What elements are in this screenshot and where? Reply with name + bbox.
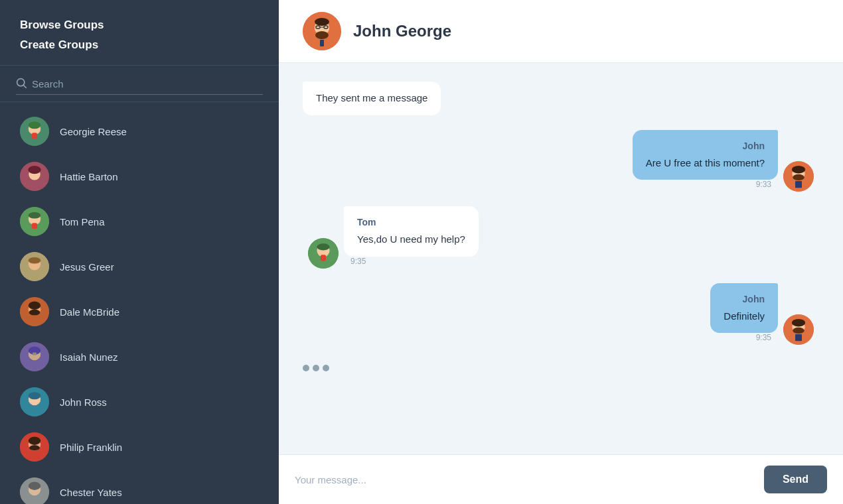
message-row-outgoing: JohnAre U free at this moment?9:33 — [303, 130, 819, 192]
svg-point-4 — [29, 121, 40, 129]
message-row: They sent me a message — [303, 82, 819, 115]
contact-name-tom-pena: Tom Pena — [60, 216, 105, 227]
outgoing-col: JohnAre U free at this moment?9:33 — [633, 130, 778, 192]
nav-create-groups[interactable]: Create Groups — [20, 38, 259, 52]
sidebar-nav: Browse Groups Create Groups — [0, 0, 279, 66]
svg-point-18 — [29, 302, 40, 310]
svg-rect-50 — [321, 255, 326, 261]
svg-point-15 — [29, 257, 40, 264]
contact-item-john-ross[interactable]: John Ross — [0, 379, 279, 424]
search-input[interactable] — [32, 78, 263, 90]
contact-item-jesus-greer[interactable]: Jesus Greer — [0, 244, 279, 289]
contact-name-dale-mcbride: Dale McBride — [60, 306, 119, 318]
svg-rect-55 — [795, 334, 802, 341]
message-bubble: They sent me a message — [303, 82, 441, 115]
contact-name-hattie-barton: Hattie Barton — [60, 171, 118, 182]
message-time: 9:35 — [350, 257, 366, 266]
search-box — [16, 78, 263, 95]
svg-rect-46 — [795, 181, 802, 188]
outgoing-col: JohnDefinitely9:35 — [710, 283, 778, 346]
svg-point-26 — [29, 392, 40, 399]
contact-item-dale-mcbride[interactable]: Dale McBride — [0, 289, 279, 334]
chat-header-name: John George — [353, 22, 451, 40]
svg-point-44 — [792, 166, 805, 174]
contact-avatar-georgie-reese — [20, 117, 49, 146]
contact-avatar-jesus-greer — [20, 252, 49, 281]
svg-rect-5 — [32, 133, 37, 139]
svg-point-45 — [793, 174, 804, 180]
message-row-outgoing: JohnDefinitely9:35 — [303, 283, 819, 346]
contact-item-philip-franklin[interactable]: Philip Franklin — [0, 424, 279, 470]
message-input[interactable] — [295, 474, 753, 485]
sidebar: Browse Groups Create Groups Georgie Rees… — [0, 0, 279, 504]
svg-rect-41 — [320, 40, 324, 46]
contact-avatar-tom-pena — [20, 207, 49, 236]
incoming-col: TomYes,do U need my help?9:35 — [344, 206, 479, 269]
contact-avatar-isaiah-nunez — [20, 342, 49, 371]
message-bubble-incoming: TomYes,do U need my help? — [344, 206, 479, 257]
svg-point-33 — [29, 482, 40, 490]
contact-avatar-philip-franklin — [20, 432, 49, 462]
typing-dot-1 — [303, 365, 309, 371]
chat-messages: They sent me a messageJohnAre U free at … — [279, 63, 843, 454]
search-icon — [16, 78, 27, 90]
sidebar-search-area — [0, 66, 279, 102]
contact-name-philip-franklin: Philip Franklin — [60, 442, 122, 453]
svg-rect-23 — [33, 352, 37, 355]
contact-item-isaiah-nunez[interactable]: Isaiah Nunez — [0, 334, 279, 379]
svg-point-29 — [29, 437, 40, 445]
nav-browse-groups[interactable]: Browse Groups — [20, 19, 259, 32]
message-bubble-outgoing: JohnDefinitely — [710, 283, 778, 334]
svg-point-49 — [317, 243, 329, 250]
contact-name-chester-yates: Chester Yates — [60, 487, 122, 498]
contact-item-chester-yates[interactable]: Chester Yates — [0, 470, 279, 504]
contact-name-john-ross: John Ross — [60, 397, 107, 408]
message-time: 9:35 — [756, 333, 771, 342]
contact-name-georgie-reese: Georgie Reese — [60, 126, 127, 137]
sender-label: Tom — [357, 216, 465, 229]
svg-point-53 — [792, 319, 805, 327]
contact-item-georgie-reese[interactable]: Georgie Reese — [0, 109, 279, 154]
svg-point-37 — [315, 18, 329, 26]
chat-main: John George They sent me a messageJohnAr… — [279, 0, 843, 504]
chat-header: John George — [279, 0, 843, 63]
svg-point-30 — [29, 445, 40, 450]
contact-avatar-dale-mcbride — [20, 297, 49, 326]
typing-dot-2 — [313, 365, 319, 371]
svg-point-54 — [793, 328, 804, 334]
svg-point-19 — [29, 310, 40, 316]
contact-item-hattie-barton[interactable]: Hattie Barton — [0, 154, 279, 199]
svg-rect-12 — [32, 223, 37, 229]
contact-name-jesus-greer: Jesus Greer — [60, 261, 114, 273]
message-bubble-outgoing: JohnAre U free at this moment? — [633, 130, 778, 180]
svg-line-1 — [23, 85, 26, 88]
message-avatar — [783, 314, 814, 345]
typing-indicator — [303, 359, 329, 377]
svg-point-36 — [315, 31, 329, 39]
svg-point-11 — [29, 212, 40, 219]
contact-avatar-john-ross — [20, 387, 49, 416]
chat-header-avatar — [303, 12, 341, 50]
contact-avatar-hattie-barton — [20, 162, 49, 191]
contact-item-tom-pena[interactable]: Tom Pena — [0, 199, 279, 244]
sender-label: John — [646, 139, 765, 153]
message-avatar-incoming — [308, 238, 339, 269]
message-row-incoming: TomYes,do U need my help?9:35 — [303, 206, 819, 269]
sender-label: John — [724, 292, 765, 306]
message-time: 9:33 — [756, 180, 771, 189]
contact-name-isaiah-nunez: Isaiah Nunez — [60, 351, 118, 363]
contacts-list: Georgie Reese Hattie Barton Tom Pena Jes… — [0, 102, 279, 504]
contact-avatar-chester-yates — [20, 477, 49, 504]
typing-dot-3 — [323, 365, 329, 371]
send-button[interactable]: Send — [764, 466, 827, 493]
chat-input-area: Send — [279, 454, 843, 504]
typing-indicator-row — [303, 359, 819, 377]
message-avatar — [783, 161, 814, 192]
svg-point-8 — [28, 166, 40, 174]
